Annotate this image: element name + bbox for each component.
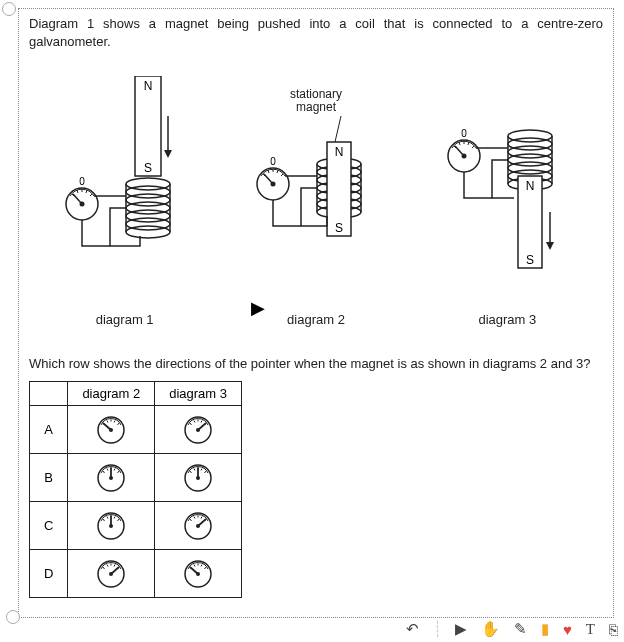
svg-line-86	[118, 471, 120, 473]
svg-line-85	[103, 471, 105, 473]
undo-icon[interactable]: ↶	[406, 620, 419, 638]
caption-d3: diagram 3	[412, 312, 603, 327]
svg-line-63	[459, 142, 460, 145]
svg-marker-4	[164, 150, 172, 158]
svg-line-87	[107, 468, 108, 470]
table-row: D	[30, 549, 242, 597]
diagram-1-svg: N S	[50, 76, 200, 306]
diagram-3: N S 0	[412, 56, 603, 306]
copy-icon[interactable]: ⎘	[609, 621, 618, 638]
answer-header-d3: diagram 3	[155, 381, 242, 405]
intro-text: Diagram 1 shows a magnet being pushed in…	[29, 15, 603, 50]
svg-line-96	[201, 468, 202, 470]
svg-line-80	[201, 420, 202, 422]
svg-line-77	[190, 423, 192, 425]
gauge-icon	[182, 556, 214, 588]
svg-line-23	[335, 116, 341, 142]
heart-icon[interactable]: ♥	[563, 621, 572, 638]
svg-text:S: S	[144, 161, 152, 175]
svg-line-39	[281, 174, 283, 176]
svg-line-126	[205, 567, 207, 569]
svg-line-93	[190, 471, 192, 473]
gauge-icon	[95, 508, 127, 540]
svg-line-112	[201, 516, 202, 518]
svg-line-88	[114, 468, 115, 470]
svg-text:0: 0	[270, 156, 276, 167]
svg-line-21	[73, 194, 82, 204]
svg-line-83	[198, 423, 206, 430]
separator: ┊	[433, 620, 441, 638]
row-label-C: C	[30, 501, 68, 549]
text-icon[interactable]: T	[586, 621, 595, 638]
svg-line-66	[455, 146, 464, 156]
answer-header-blank	[30, 381, 68, 405]
svg-text:N: N	[335, 145, 344, 159]
diagram-3-svg: N S 0	[432, 76, 582, 306]
svg-line-109	[190, 519, 192, 521]
gauge-icon	[182, 508, 214, 540]
gauge-icon	[95, 412, 127, 444]
svg-text:0: 0	[79, 176, 85, 187]
svg-line-79	[194, 420, 195, 422]
question-text: Which row shows the directions of the po…	[29, 355, 603, 373]
answer-header-d2: diagram 2	[68, 381, 155, 405]
row-label-A: A	[30, 405, 68, 453]
svg-line-71	[107, 420, 108, 422]
svg-point-11	[126, 226, 170, 238]
gauge-icon	[95, 460, 127, 492]
svg-line-128	[201, 564, 202, 566]
svg-line-40	[268, 170, 269, 173]
caption-row: diagram 1 diagram 2 diagram 3	[29, 312, 603, 327]
svg-line-70	[118, 423, 120, 425]
page-handle-top[interactable]	[2, 2, 16, 16]
pen-icon[interactable]: ✎	[514, 620, 527, 638]
svg-line-19	[86, 190, 87, 193]
svg-text:0: 0	[462, 128, 468, 139]
svg-line-95	[194, 468, 195, 470]
diagram-2-svg: N S 0	[241, 116, 391, 306]
svg-line-64	[468, 142, 469, 145]
note-icon[interactable]: ▮	[541, 620, 549, 638]
diagram-2: stationary magnet	[220, 56, 411, 306]
caption-d2: diagram 2	[220, 312, 411, 327]
svg-line-62	[472, 146, 474, 148]
svg-line-123	[111, 567, 119, 574]
svg-marker-58	[546, 242, 554, 250]
page-handle-bottom[interactable]	[6, 610, 20, 624]
diagram-1: N S	[29, 56, 220, 306]
toolbar: ↶ ┊ ▶ ✋ ✎ ▮ ♥ T ⎘	[406, 620, 618, 638]
svg-line-115	[198, 519, 206, 526]
svg-line-75	[103, 423, 111, 430]
play-icon[interactable]: ▶	[455, 620, 467, 638]
svg-line-102	[118, 519, 120, 521]
svg-text:S: S	[335, 221, 343, 235]
svg-line-72	[114, 420, 115, 422]
svg-text:N: N	[526, 179, 535, 193]
svg-line-111	[194, 516, 195, 518]
svg-line-18	[77, 190, 78, 193]
svg-line-131	[190, 567, 198, 574]
svg-line-101	[103, 519, 105, 521]
svg-line-41	[277, 170, 278, 173]
diagrams-row: N S	[29, 56, 603, 306]
svg-text:S: S	[526, 253, 534, 267]
row-label-D: D	[30, 549, 68, 597]
table-row: A	[30, 405, 242, 453]
svg-line-43	[264, 174, 273, 184]
gauge-icon	[182, 460, 214, 492]
svg-line-103	[107, 516, 108, 518]
row-label-B: B	[30, 453, 68, 501]
table-row: B	[30, 453, 242, 501]
svg-line-127	[194, 564, 195, 566]
gauge-icon	[182, 412, 214, 444]
svg-line-104	[114, 516, 115, 518]
svg-line-120	[114, 564, 115, 566]
svg-line-119	[107, 564, 108, 566]
svg-line-17	[90, 194, 92, 196]
svg-text:N: N	[143, 79, 152, 93]
table-row: C	[30, 501, 242, 549]
hand-icon[interactable]: ✋	[481, 620, 500, 638]
answer-table: diagram 2 diagram 3 A B C D	[29, 381, 242, 598]
svg-line-94	[205, 471, 207, 473]
stationary-label: stationary magnet	[290, 88, 342, 114]
